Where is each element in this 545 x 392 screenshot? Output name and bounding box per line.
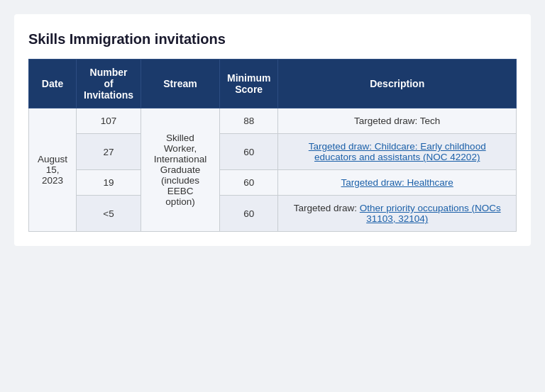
minscore-cell: 60 — [219, 134, 277, 170]
description-cell: Targeted draw: Tech — [278, 108, 517, 134]
table-row: 27 60 Targeted draw: Childcare: Early ch… — [29, 134, 517, 170]
table-row: August15,2023 107 Skilled Worker,Interna… — [29, 108, 517, 134]
minscore-cell: 88 — [219, 108, 277, 134]
description-link[interactable]: Targeted draw: Healthcare — [341, 177, 453, 188]
description-link[interactable]: Other priority occupations (NOCs 31103, … — [360, 203, 501, 224]
invitations-table: Date NumberofInvitations Stream MinimumS… — [28, 59, 517, 232]
col-header-description: Description — [278, 60, 517, 108]
invitations-cell: 19 — [77, 170, 141, 196]
col-header-invitations: NumberofInvitations — [77, 60, 141, 108]
invitations-cell: 27 — [77, 134, 141, 170]
table-row: <5 60 Targeted draw: Other priority occu… — [29, 196, 517, 232]
description-cell: Targeted draw: Healthcare — [278, 170, 517, 196]
table-row: 19 60 Targeted draw: Healthcare — [29, 170, 517, 196]
invitations-cell: <5 — [77, 196, 141, 232]
invitations-cell: 107 — [77, 108, 141, 134]
date-cell: August15,2023 — [29, 108, 77, 232]
stream-cell: Skilled Worker,InternationalGraduate(inc… — [141, 108, 220, 232]
minscore-cell: 60 — [219, 196, 277, 232]
description-cell: Targeted draw: Other priority occupation… — [278, 196, 517, 232]
page-title: Skills Immigration invitations — [28, 31, 517, 47]
col-header-minscore: MinimumScore — [219, 60, 277, 108]
col-header-date: Date — [29, 60, 77, 108]
minscore-cell: 60 — [219, 170, 277, 196]
col-header-stream: Stream — [141, 60, 220, 108]
description-link[interactable]: Targeted draw: Childcare: Early childhoo… — [309, 141, 486, 162]
description-cell: Targeted draw: Childcare: Early childhoo… — [278, 134, 517, 170]
